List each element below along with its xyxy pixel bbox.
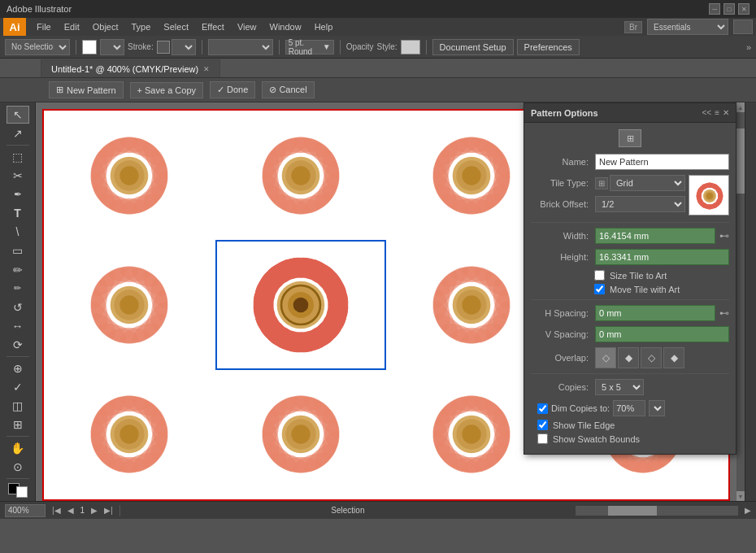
document-tab[interactable]: Untitled-1* @ 400% (CMYK/Preview) ✕	[41, 59, 220, 77]
close-button[interactable]: ✕	[738, 3, 749, 15]
pen-tool[interactable]: ✒	[7, 185, 29, 203]
rotate-tool[interactable]: ↺	[7, 298, 29, 316]
brick-offset-select[interactable]: 1/2	[595, 196, 685, 212]
v-spacing-input[interactable]	[595, 326, 729, 342]
blend-tool[interactable]: ⊕	[7, 359, 29, 377]
show-tile-edge-checkbox[interactable]	[537, 420, 548, 430]
variable-select[interactable]	[208, 39, 273, 55]
bridge-btn[interactable]: Br	[624, 21, 642, 33]
panel-toggle[interactable]: »	[746, 42, 751, 52]
h-spacing-input[interactable]	[595, 305, 715, 321]
gradient-tool[interactable]: ◫	[7, 397, 29, 415]
left-toolbar: ↖ ↗ ⬚ ✂ ✒ T \ ▭ ✏ ✏ ↺ ↔ ⟳ ⊕ ✓ ◫ ⊞ ✋ ⊙	[0, 102, 36, 501]
new-pattern-button[interactable]: ⊞ New Pattern	[49, 81, 124, 98]
dim-copies-label: Dim Copies to:	[551, 403, 610, 413]
dim-copies-input[interactable]	[613, 400, 645, 416]
eyedropper-tool[interactable]: ✓	[7, 378, 29, 396]
show-tile-edge-label: Show Tile Edge	[553, 420, 615, 430]
menu-edit[interactable]: Edit	[59, 20, 85, 33]
tab-close-button[interactable]: ✕	[203, 65, 210, 73]
canvas-area[interactable]: ▲ ▼ Pattern Options << ≡ ✕	[36, 102, 745, 501]
overlap-btn-2[interactable]: ◆	[618, 347, 639, 368]
select-tool[interactable]: ↖	[7, 106, 29, 124]
last-page-button[interactable]: ▶|	[104, 506, 113, 515]
menu-type[interactable]: Type	[126, 20, 157, 33]
done-button[interactable]: ✓ Done	[210, 81, 255, 98]
overlap-btn-4[interactable]: ◆	[663, 347, 684, 368]
maximize-button[interactable]: □	[723, 3, 735, 15]
tile-type-row: Tile Type: ⊞ Grid	[531, 175, 685, 191]
width-input[interactable]	[595, 228, 715, 244]
selected-tile[interactable]	[215, 240, 387, 369]
style-swatch[interactable]	[401, 40, 420, 54]
menu-file[interactable]: File	[31, 20, 57, 33]
warp-tool[interactable]: ⟳	[7, 336, 29, 354]
menu-help[interactable]: Help	[309, 20, 339, 33]
doc-setup-button[interactable]: Document Setup	[432, 39, 514, 55]
overlap-btn-1[interactable]: ◇	[595, 347, 616, 368]
fill-swatch[interactable]	[82, 40, 97, 54]
cancel-button[interactable]: ⊘ Cancel	[262, 81, 314, 98]
align-icon-button[interactable]: ⊞	[619, 129, 641, 147]
new-pattern-label: New Pattern	[67, 85, 116, 95]
line-tool[interactable]: \	[7, 223, 29, 241]
overlap-buttons: ◇ ◆ ◇ ◆	[595, 347, 684, 368]
menu-object[interactable]: Object	[87, 20, 124, 33]
scissors-tool[interactable]: ✂	[7, 167, 29, 185]
paintbrush-tool[interactable]: ✏	[7, 261, 29, 279]
prev-page-button[interactable]: ◀	[67, 506, 74, 515]
flower-cell-10	[215, 370, 387, 499]
preferences-button[interactable]: Preferences	[517, 39, 580, 55]
spacing-link[interactable]: ⊷	[719, 306, 729, 320]
mesh-tool[interactable]: ⊞	[7, 416, 29, 433]
type-tool[interactable]: T	[7, 204, 29, 222]
panel-menu-button[interactable]: ≡	[715, 108, 719, 117]
zoom-tool[interactable]: ⊙	[7, 458, 29, 476]
width-height-link[interactable]: ⊷	[719, 229, 729, 243]
dim-copies-checkbox[interactable]	[537, 403, 548, 414]
opacity-label: Opacity	[346, 42, 374, 51]
scrollbar-thumb[interactable]	[736, 128, 745, 194]
rect-tool[interactable]: ▭	[7, 242, 29, 259]
dim-copies-select[interactable]: ▼	[649, 400, 665, 416]
size-tile-checkbox[interactable]	[594, 270, 605, 281]
pattern-preview	[689, 175, 729, 216]
height-input[interactable]	[595, 249, 729, 265]
search-input[interactable]	[733, 20, 753, 34]
direct-select-tool[interactable]: ↗	[7, 124, 29, 142]
workspace-select[interactable]: Essentials	[647, 19, 728, 35]
show-swatch-bounds-checkbox[interactable]	[537, 433, 548, 444]
menu-view[interactable]: View	[232, 20, 263, 33]
horizontal-scrollbar[interactable]	[576, 506, 738, 516]
panel-close-button[interactable]: ✕	[723, 108, 729, 117]
svg-point-195	[120, 425, 139, 444]
panel-collapse-button[interactable]: <<	[702, 108, 711, 117]
scroll-right-button[interactable]: ▶	[745, 506, 751, 515]
fill-select[interactable]	[100, 39, 124, 55]
stroke-color[interactable]	[16, 486, 28, 498]
tile-type-select[interactable]: Grid	[610, 175, 685, 191]
pencil-tool[interactable]: ✏	[7, 280, 29, 298]
menu-select[interactable]: Select	[158, 20, 194, 33]
name-row: Name:	[531, 154, 729, 170]
menu-window[interactable]: Window	[264, 20, 307, 33]
name-input[interactable]	[595, 154, 729, 170]
move-tile-row: Move Tile with Art	[594, 284, 729, 294]
artboard-tool[interactable]: ⬚	[7, 148, 29, 166]
next-page-button[interactable]: ▶	[91, 506, 98, 515]
h-scrollbar-thumb[interactable]	[608, 506, 657, 516]
minimize-button[interactable]: ─	[709, 3, 720, 15]
flower-cell-2	[215, 111, 387, 240]
hand-tool[interactable]: ✋	[7, 439, 29, 457]
save-copy-button[interactable]: + Save a Copy	[130, 82, 203, 98]
stroke-swatch[interactable]	[157, 41, 170, 54]
copies-select[interactable]: 5 x 5	[595, 379, 644, 395]
move-tile-checkbox[interactable]	[594, 284, 605, 294]
scale-tool[interactable]: ↔	[7, 317, 29, 335]
first-page-button[interactable]: |◀	[52, 506, 61, 515]
stroke-select[interactable]	[172, 39, 196, 55]
vertical-scrollbar[interactable]: ▲ ▼	[736, 102, 745, 501]
overlap-btn-3[interactable]: ◇	[641, 347, 662, 368]
menu-effect[interactable]: Effect	[196, 20, 230, 33]
selection-dropdown[interactable]: No Selection	[5, 39, 70, 55]
